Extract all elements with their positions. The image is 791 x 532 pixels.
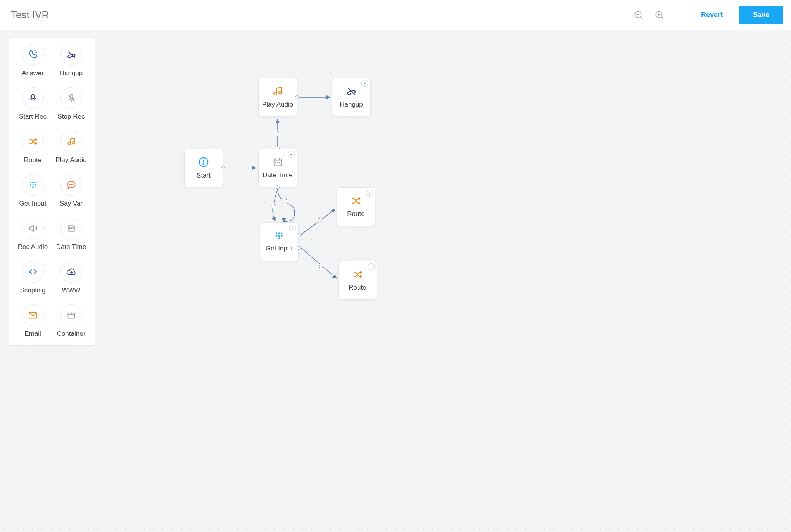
svg-point-16 — [32, 182, 34, 183]
palette-item-answer[interactable]: Answer — [14, 44, 52, 77]
phone-incoming-icon — [22, 44, 44, 66]
node-label: Play Audio — [262, 101, 293, 109]
code-icon — [22, 261, 44, 283]
node-port[interactable] — [295, 95, 299, 99]
flow-node-hangup[interactable]: + Hangup — [332, 78, 371, 116]
palette-item-label: Date Time — [56, 243, 86, 251]
zoom-out-icon — [634, 10, 644, 20]
topbar-actions: Revert Save — [632, 6, 783, 24]
keypad-icon — [274, 231, 284, 241]
node-add-button[interactable]: + — [366, 190, 373, 197]
svg-point-13 — [68, 142, 71, 145]
node-port[interactable] — [297, 233, 301, 237]
palette-item-container[interactable]: Container — [52, 304, 90, 338]
svg-point-18 — [30, 184, 31, 186]
node-label: Route — [349, 284, 366, 292]
node-add-button[interactable]: + — [368, 263, 375, 270]
zoom-in-icon — [655, 10, 665, 20]
palette-item-date-time[interactable]: Date Time — [52, 218, 90, 251]
svg-point-14 — [72, 142, 75, 144]
svg-point-59 — [281, 235, 282, 237]
calendar-icon — [60, 218, 82, 239]
node-label: Date Time — [263, 171, 292, 179]
node-label: Get Input — [266, 245, 293, 252]
speaker-icon — [22, 218, 44, 239]
envelope-icon — [22, 304, 44, 326]
palette-item-label: Answer — [22, 69, 44, 77]
svg-point-20 — [35, 184, 36, 186]
edge-label: ? — [275, 130, 282, 136]
flow-node-play-audio[interactable]: Play Audio — [258, 78, 297, 116]
svg-point-50 — [279, 162, 280, 163]
palette-item-get-input[interactable]: Get Input — [14, 174, 52, 207]
svg-line-1 — [640, 17, 642, 19]
palette-item-label: Stop Rec — [58, 113, 85, 121]
save-button[interactable]: Save — [739, 6, 783, 24]
edge-label: ? — [316, 264, 323, 271]
svg-point-24 — [72, 184, 73, 185]
svg-line-39 — [301, 209, 335, 235]
node-port[interactable] — [221, 166, 225, 170]
svg-rect-8 — [31, 94, 34, 99]
node-label: Start — [197, 172, 211, 180]
edge-label: ? — [315, 216, 322, 223]
edges-layer — [0, 30, 791, 532]
node-add-button[interactable]: + — [288, 151, 295, 158]
svg-point-31 — [73, 228, 73, 229]
revert-button[interactable]: Revert — [692, 6, 732, 24]
palette-item-label: Say Var — [60, 200, 83, 207]
palette-item-play-audio[interactable]: Play Audio — [52, 131, 90, 164]
node-add-button[interactable]: + — [361, 80, 368, 87]
svg-point-17 — [35, 182, 36, 183]
flow-node-route[interactable]: + Route — [337, 187, 375, 226]
edge-label: ? — [282, 196, 289, 203]
shuffle-icon — [351, 195, 361, 206]
svg-line-40 — [301, 247, 337, 278]
palette-item-label: Start Rec — [19, 113, 47, 121]
palette-item-say-var[interactable]: Say Var — [52, 174, 90, 207]
svg-point-60 — [278, 237, 280, 239]
palette-item-label: Get Input — [19, 200, 47, 207]
palette-item-scripting[interactable]: Scripting — [14, 261, 52, 294]
svg-point-19 — [32, 184, 34, 186]
shuffle-icon — [22, 131, 44, 152]
svg-point-58 — [278, 235, 280, 237]
svg-point-57 — [276, 235, 277, 237]
zoom-out-button[interactable] — [632, 8, 646, 22]
node-port[interactable] — [276, 147, 280, 150]
palette-item-label: Email — [24, 330, 41, 338]
svg-line-4 — [661, 17, 663, 19]
palette-item-start-rec[interactable]: Start Rec — [14, 87, 52, 121]
canvas[interactable]: Answer Hangup Start Rec — [0, 30, 791, 532]
palette-item-route[interactable]: Route — [14, 131, 52, 164]
microphone-icon — [22, 87, 44, 109]
calendar-icon — [272, 157, 283, 168]
start-icon — [198, 156, 209, 168]
svg-point-56 — [281, 232, 282, 234]
svg-point-54 — [276, 232, 277, 234]
svg-point-29 — [69, 228, 70, 229]
microphone-off-icon — [60, 87, 82, 109]
node-port[interactable] — [276, 185, 280, 189]
node-label: Hangup — [340, 101, 363, 109]
palette-item-email[interactable]: Email — [14, 304, 52, 338]
svg-point-55 — [278, 232, 280, 234]
flow-node-route[interactable]: + Route — [338, 261, 377, 300]
node-add-button[interactable]: + — [289, 225, 296, 231]
palette-item-stop-rec[interactable]: Stop Rec — [52, 87, 90, 121]
flow-node-start[interactable]: Start — [184, 149, 223, 187]
node-label: Route — [347, 210, 364, 218]
speech-bubble-icon — [60, 174, 82, 196]
palette-item-rec-audio[interactable]: Rec Audio — [14, 218, 52, 251]
flow-node-get-input[interactable]: + Get Input — [260, 222, 299, 261]
palette-item-label: WWW — [62, 287, 80, 294]
zoom-in-button[interactable] — [653, 8, 667, 22]
topbar: Test IVR Revert Save — [0, 0, 791, 30]
node-port[interactable] — [297, 246, 301, 250]
palette-item-hangup[interactable]: Hangup — [52, 44, 90, 77]
palette-item-www[interactable]: WWW — [52, 261, 90, 294]
package-icon — [60, 304, 82, 326]
topbar-separator — [679, 7, 679, 24]
shuffle-icon — [352, 269, 363, 280]
flow-node-date-time[interactable]: + Date Time — [258, 149, 297, 187]
